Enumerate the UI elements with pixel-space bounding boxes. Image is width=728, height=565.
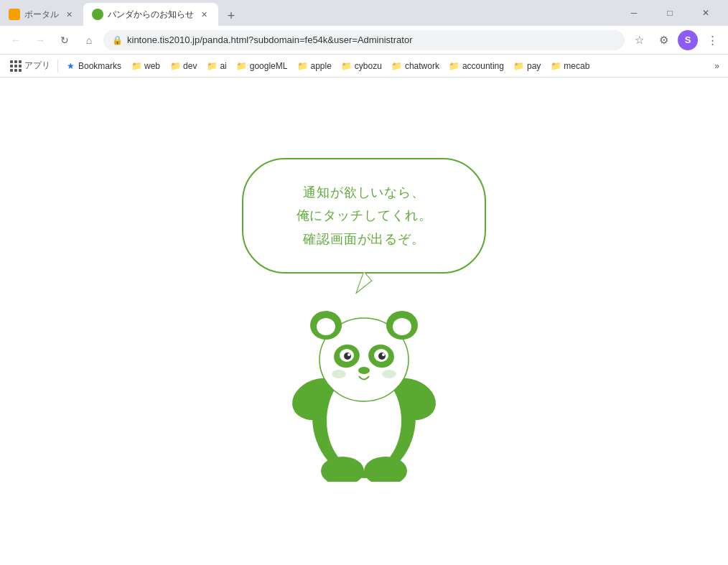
bookmark-chatwork[interactable]: 📁 chatwork (388, 58, 444, 74)
folder-icon: 📁 (237, 61, 247, 71)
tab-portal-label: ポータル (24, 9, 59, 21)
bookmark-dev-label: dev (183, 61, 197, 71)
folder-icon: 📁 (342, 61, 352, 71)
address-bar: ← → ↻ ⌂ 🔒 kintone.tis2010.jp/panda.html?… (0, 26, 728, 55)
folder-icon: 📁 (449, 61, 459, 71)
bookmark-ai-label: ai (220, 61, 226, 71)
speech-bubble: 通知が欲しいなら、俺にタッチしてくれ。確認画面が出るぞ。 (242, 158, 486, 274)
bookmark-mecab-label: mecab (564, 61, 589, 71)
star-button[interactable]: ☆ (629, 30, 649, 50)
bookmark-web[interactable]: 📁 web (127, 58, 164, 74)
tab-panda-favicon (92, 9, 103, 20)
tab-strip: ポータル ✕ パンダからのお知らせ ✕ + (0, 0, 617, 26)
bookmark-bookmarks[interactable]: ★ Bookmarks (61, 58, 126, 74)
home-button[interactable]: ⌂ (79, 30, 99, 50)
tab-panda-close[interactable]: ✕ (198, 9, 210, 20)
forward-button[interactable]: → (30, 30, 50, 50)
window-controls: ─ □ ✕ (617, 1, 728, 24)
bookmark-accounting-label: accounting (462, 61, 504, 71)
bookmark-apple-label: apple (310, 61, 331, 71)
folder-icon: 📁 (514, 61, 524, 71)
bubble-text: 通知が欲しいなら、俺にタッチしてくれ。確認画面が出るぞ。 (279, 181, 449, 251)
main-content: 通知が欲しいなら、俺にタッチしてくれ。確認画面が出るぞ。 (0, 78, 728, 565)
bookmark-pay[interactable]: 📁 pay (510, 58, 545, 74)
folder-icon: 📁 (207, 61, 217, 71)
bookmark-cybozu[interactable]: 📁 cybozu (337, 58, 386, 74)
svg-point-22 (382, 370, 396, 378)
bookmark-apple[interactable]: 📁 apple (293, 58, 335, 74)
apps-label: アプリ (24, 60, 50, 72)
folder-icon: 📁 (551, 61, 561, 71)
svg-point-16 (344, 352, 351, 360)
bookmarks-divider (57, 60, 58, 73)
address-field[interactable]: 🔒 kintone.tis2010.jp/panda.html?subdomai… (103, 30, 625, 50)
svg-point-18 (347, 353, 350, 356)
menu-button[interactable]: ⋮ (702, 30, 722, 50)
folder-icon: 📁 (392, 61, 402, 71)
lock-icon: 🔒 (112, 35, 123, 45)
url-display: kintone.tis2010.jp/panda.html?subdomain=… (127, 34, 616, 45)
tab-portal-favicon (9, 9, 20, 20)
bookmark-googleml-label: googleML (250, 61, 288, 71)
speech-bubble-container: 通知が欲しいなら、俺にタッチしてくれ。確認画面が出るぞ。 (242, 158, 486, 274)
close-button[interactable]: ✕ (689, 1, 722, 24)
bookmark-mecab[interactable]: 📁 mecab (546, 58, 594, 74)
bookmark-googleml[interactable]: 📁 googleML (233, 58, 292, 74)
new-tab-button[interactable]: + (221, 6, 241, 26)
svg-point-10 (317, 318, 335, 335)
svg-point-20 (358, 367, 370, 374)
folder-icon: 📁 (131, 61, 141, 71)
bookmark-chatwork-label: chatwork (405, 61, 439, 71)
panda-svg (274, 266, 454, 482)
panda-character[interactable] (274, 266, 454, 485)
bookmark-web-label: web (144, 61, 160, 71)
apps-grid-icon (10, 60, 22, 72)
apps-button[interactable]: アプリ (6, 57, 55, 75)
tab-portal[interactable]: ポータル ✕ (0, 3, 83, 26)
svg-point-11 (393, 318, 411, 335)
bookmark-bookmarks-label: Bookmarks (78, 61, 121, 71)
bubble-tail-icon (350, 272, 378, 294)
more-bookmarks-button[interactable]: » (711, 58, 722, 74)
bookmark-dev[interactable]: 📁 dev (166, 58, 201, 74)
star-icon: ★ (65, 61, 75, 71)
svg-point-21 (332, 370, 346, 378)
bookmark-ai[interactable]: 📁 ai (202, 58, 230, 74)
tab-panda-label: パンダからのお知らせ (108, 9, 194, 21)
bookmarks-bar: アプリ ★ Bookmarks 📁 web 📁 dev 📁 ai 📁 googl… (0, 55, 728, 78)
reload-button[interactable]: ↻ (55, 30, 75, 50)
back-button[interactable]: ← (6, 30, 26, 50)
bookmark-pay-label: pay (527, 61, 541, 71)
extensions-button[interactable]: ⚙ (653, 30, 673, 50)
folder-icon: 📁 (297, 61, 307, 71)
maximize-button[interactable]: □ (653, 1, 686, 24)
bookmark-accounting[interactable]: 📁 accounting (445, 58, 508, 74)
folder-icon: 📁 (170, 61, 180, 71)
titlebar: ポータル ✕ パンダからのお知らせ ✕ + ─ □ ✕ (0, 0, 728, 26)
svg-point-17 (378, 352, 386, 360)
bookmark-cybozu-label: cybozu (355, 61, 382, 71)
minimize-button[interactable]: ─ (617, 1, 650, 24)
profile-button[interactable]: S (678, 30, 698, 50)
tab-portal-close[interactable]: ✕ (63, 9, 75, 20)
svg-point-19 (382, 353, 385, 356)
tab-panda[interactable]: パンダからのお知らせ ✕ (83, 3, 218, 26)
